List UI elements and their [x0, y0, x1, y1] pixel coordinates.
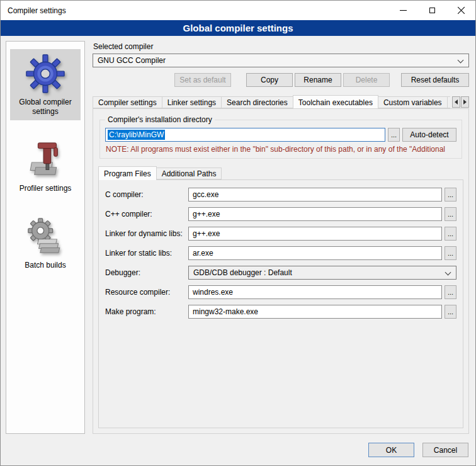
gear-blue-icon [26, 54, 65, 93]
static-libs-linker-input[interactable]: ar.exe [188, 246, 442, 260]
cancel-button[interactable]: Cancel [422, 443, 468, 457]
installation-directory-input[interactable]: C:\raylib\MinGW [105, 128, 385, 142]
form-row-dynamic-linker: Linker for dynamic libs: g++.exe ... [105, 227, 456, 241]
tab-build-options[interactable]: Build [447, 96, 450, 108]
field-label: Resource compiler: [105, 288, 186, 297]
close-button[interactable] [446, 1, 475, 20]
form-row-c-compiler: C compiler: gcc.exe ... [105, 188, 456, 202]
delete-button: Delete [343, 73, 390, 87]
field-value: mingw32-make.exe [193, 307, 258, 316]
installation-directory-group-title: Compiler's installation directory [105, 115, 215, 124]
make-program-input[interactable]: mingw32-make.exe [188, 305, 442, 319]
sidebar-item-label: Profiler settings [20, 184, 72, 193]
tab-linker-settings[interactable]: Linker settings [162, 96, 222, 108]
form-row-debugger: Debugger: GDB/CDB debugger : Default [105, 266, 456, 280]
dynamic-libs-linker-browse-button[interactable]: ... [445, 227, 456, 241]
field-value: GDB/CDB debugger : Default [193, 268, 292, 277]
auto-detect-button[interactable]: Auto-detect [402, 128, 456, 142]
reset-defaults-button[interactable]: Reset defaults [401, 73, 469, 87]
installation-directory-group: Compiler's installation directory C:\ray… [99, 115, 462, 159]
title-bar: Compiler settings [1, 1, 475, 20]
profiler-tools-icon [26, 140, 65, 179]
selected-compiler-label: Selected compiler [93, 42, 469, 51]
field-label: C compiler: [105, 190, 186, 199]
chevron-down-icon [445, 270, 451, 276]
form-row-resource-compiler: Resource compiler: windres.exe ... [105, 285, 456, 299]
batch-builds-gears-icon [26, 217, 65, 256]
sidebar-item-batch-builds[interactable]: Batch builds [10, 212, 81, 274]
sidebar-item-profiler-settings[interactable]: Profiler settings [10, 135, 81, 197]
tab-toolchain-executables[interactable]: Toolchain executables [293, 95, 378, 108]
dynamic-libs-linker-input[interactable]: g++.exe [188, 227, 442, 241]
field-label: Linker for dynamic libs: [105, 229, 186, 238]
arrow-right-icon [463, 99, 467, 105]
tab-custom-variables[interactable]: Custom variables [378, 96, 448, 108]
make-program-browse-button[interactable]: ... [445, 305, 456, 319]
field-value: gcc.exe [193, 190, 218, 199]
set-as-default-button: Set as default [174, 73, 231, 87]
form-row-make-program: Make program: mingw32-make.exe ... [105, 305, 456, 319]
maximize-icon [429, 8, 435, 13]
debugger-select[interactable]: GDB/CDB debugger : Default [188, 266, 456, 280]
tab-program-files[interactable]: Program Files [98, 166, 157, 180]
sidebar-item-label: Global compiler settings [11, 98, 79, 116]
field-label: C++ compiler: [105, 210, 186, 219]
compiler-actions: Set as default Copy Rename Delete Reset … [93, 73, 469, 87]
tab-scroll-arrows [452, 96, 469, 108]
inner-tab-strip: Program Files Additional Paths [98, 166, 463, 179]
sidebar-item-global-compiler-settings[interactable]: Global compiler settings [10, 49, 81, 120]
field-value: g++.exe [193, 210, 220, 219]
dialog-body: Global compiler settings Prof [1, 36, 475, 438]
sidebar-item-label: Batch builds [25, 261, 65, 270]
field-label: Make program: [105, 307, 186, 316]
main-panel: Selected compiler GNU GCC Compiler Set a… [93, 41, 469, 434]
program-files-panel: C compiler: gcc.exe ... C++ compiler: g+… [98, 179, 463, 428]
inner-tabs: Program Files Additional Paths [98, 166, 222, 179]
field-value: g++.exe [193, 229, 220, 238]
selected-compiler-select[interactable]: GNU GCC Compiler [93, 54, 469, 67]
field-value: ar.exe [193, 249, 213, 258]
c-compiler-input[interactable]: gcc.exe [188, 188, 442, 202]
field-value: windres.exe [193, 288, 233, 297]
form-row-cpp-compiler: C++ compiler: g++.exe ... [105, 207, 456, 221]
window-title: Compiler settings [1, 6, 388, 15]
tab-scroll-right-button[interactable] [461, 96, 469, 108]
close-icon [457, 6, 465, 14]
tab-strip: Compiler settings Linker settings Search… [93, 95, 469, 108]
compiler-settings-window: Compiler settings Global compiler settin… [0, 0, 476, 466]
tab-additional-paths[interactable]: Additional Paths [156, 168, 222, 179]
cpp-compiler-browse-button[interactable]: ... [445, 207, 456, 221]
tab-compiler-settings[interactable]: Compiler settings [93, 96, 162, 108]
chevron-down-icon [458, 57, 464, 64]
cpp-compiler-input[interactable]: g++.exe [188, 207, 442, 221]
ok-button[interactable]: OK [368, 443, 414, 457]
field-label: Debugger: [105, 268, 186, 277]
dialog-header: Global compiler settings [1, 20, 475, 36]
installation-directory-row: C:\raylib\MinGW ... Auto-detect [105, 128, 456, 142]
field-label: Linker for static libs: [105, 249, 186, 258]
tab-scroll-left-button[interactable] [452, 96, 460, 108]
c-compiler-browse-button[interactable]: ... [445, 188, 456, 202]
installation-directory-browse-button[interactable]: ... [388, 128, 400, 142]
settings-category-sidebar: Global compiler settings Prof [6, 41, 85, 434]
copy-button[interactable]: Copy [246, 73, 293, 87]
toolchain-executables-page: Compiler's installation directory C:\ray… [93, 108, 469, 434]
arrow-left-icon [455, 99, 458, 105]
form-row-static-linker: Linker for static libs: ar.exe ... [105, 246, 456, 260]
tab-search-directories[interactable]: Search directories [221, 96, 293, 108]
minimize-button[interactable] [388, 1, 417, 20]
static-libs-linker-browse-button[interactable]: ... [445, 246, 456, 260]
rename-button[interactable]: Rename [295, 73, 341, 87]
selected-compiler-value: GNU GCC Compiler [98, 56, 166, 65]
resource-compiler-browse-button[interactable]: ... [445, 285, 456, 299]
dialog-footer: OK Cancel [1, 438, 475, 465]
installation-note: NOTE: All programs must exist either in … [106, 145, 456, 154]
selected-text: C:\raylib\MinGW [108, 130, 165, 140]
resource-compiler-input[interactable]: windres.exe [188, 285, 442, 299]
tab-scroller: Compiler settings Linker settings Search… [93, 95, 450, 108]
minimize-icon [400, 10, 407, 11]
maximize-button[interactable] [417, 1, 446, 20]
caption-buttons [388, 1, 475, 20]
